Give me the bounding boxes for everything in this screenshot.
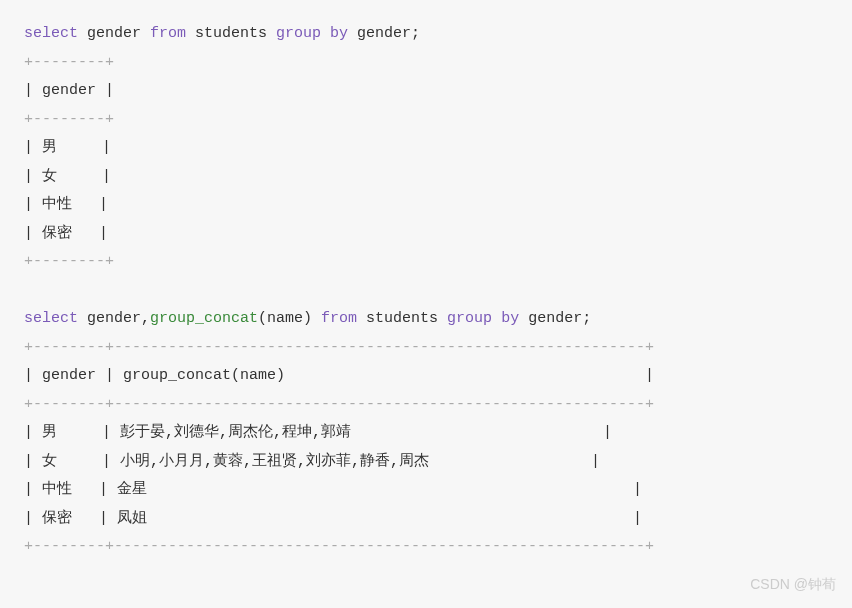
result1-row3: | 中性 | [24,191,828,220]
table-students: students [186,25,276,42]
result2-row1: | 男 | 彭于晏,刘德华,周杰伦,程坤,郭靖 | [24,419,828,448]
keyword-from: from [150,25,186,42]
col-gender: gender, [78,310,150,327]
result1-sep-mid: +--------+ [24,106,828,135]
keyword-by: by [492,310,519,327]
keyword-group: group [447,310,492,327]
table-students: students [357,310,447,327]
result2-header: | gender | group_concat(name) | [24,362,828,391]
result2-sep-top: +--------+------------------------------… [24,334,828,363]
keyword-select: select [24,25,78,42]
result1-row2: | 女 | [24,163,828,192]
watermark: CSDN @钟荀 [750,571,836,598]
col-gender: gender [78,25,150,42]
query1-line: select gender from students group by gen… [24,20,828,49]
result1-row4: | 保密 | [24,220,828,249]
keyword-from: from [321,310,357,327]
fn-args: (name) [258,310,321,327]
result1-sep-bottom: +--------+ [24,248,828,277]
result2-sep-mid: +--------+------------------------------… [24,391,828,420]
result2-sep-bottom: +--------+------------------------------… [24,533,828,562]
keyword-by: by [321,25,348,42]
col-gender-end: gender; [519,310,591,327]
result2-row4: | 保密 | 凤姐 | [24,505,828,534]
fn-group-concat: group_concat [150,310,258,327]
result2-row2: | 女 | 小明,小月月,黄蓉,王祖贤,刘亦菲,静香,周杰 | [24,448,828,477]
result1-header: | gender | [24,77,828,106]
result1-row1: | 男 | [24,134,828,163]
query2-line: select gender,group_concat(name) from st… [24,305,828,334]
result1-sep-top: +--------+ [24,49,828,78]
keyword-select: select [24,310,78,327]
keyword-group: group [276,25,321,42]
blank-line [24,277,828,306]
col-gender-end: gender; [348,25,420,42]
result2-row3: | 中性 | 金星 | [24,476,828,505]
